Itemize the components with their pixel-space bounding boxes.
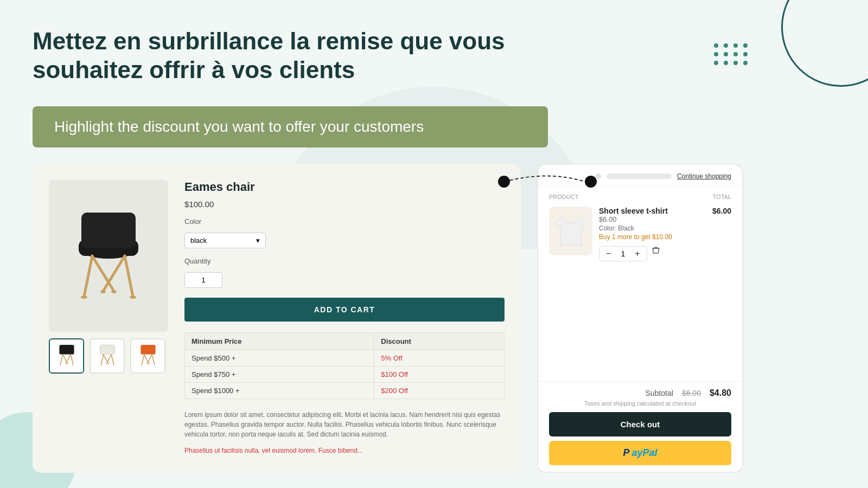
col-min-price: Minimum Price xyxy=(185,332,374,350)
checkout-button[interactable]: Check out xyxy=(549,412,731,436)
product-panel: Eames chair $100.00 Color black ▾ Quanti… xyxy=(33,164,521,473)
quantity-display: 1 xyxy=(617,249,628,258)
color-value: black xyxy=(190,236,207,245)
color-select[interactable]: black ▾ xyxy=(184,233,266,248)
cart-item-details: Short sleeve t-shirt $6.00 Color: Black … xyxy=(599,207,731,261)
svg-rect-26 xyxy=(653,248,659,253)
connection-dot-left xyxy=(498,176,510,188)
svg-point-8 xyxy=(130,296,136,299)
table-row: Spend $500 +5% Off xyxy=(185,350,505,366)
table-row: Spend $1000 +$200 Off xyxy=(185,382,505,399)
cart-item-name: Short sleeve t-shirt xyxy=(599,207,672,215)
browser-address-bar xyxy=(607,174,672,179)
cart-item-promo: Buy 1 more to get $10.00 xyxy=(599,233,672,241)
table-row: Spend $750 +$100 Off xyxy=(185,366,505,382)
product-details: Eames chair $100.00 Color black ▾ Quanti… xyxy=(184,180,505,457)
svg-rect-2 xyxy=(81,213,136,248)
svg-line-3 xyxy=(84,256,92,297)
svg-line-6 xyxy=(103,256,125,291)
paypal-button[interactable]: P ayPal xyxy=(549,441,731,465)
trash-icon xyxy=(652,246,660,254)
discount-cell: $200 Off xyxy=(374,382,505,399)
tax-note: Taxes and shipping calculated at checkou… xyxy=(549,400,731,407)
svg-line-13 xyxy=(71,355,73,365)
product-description: Lorem ipsum dolor sit amet, consectetur … xyxy=(184,410,505,439)
cart-item-image xyxy=(549,207,592,255)
product-images-column xyxy=(49,180,168,457)
discount-cell: $100 Off xyxy=(374,366,505,382)
min-price-cell: Spend $1000 + xyxy=(185,382,374,399)
svg-rect-11 xyxy=(59,345,74,355)
quantity-increase-button[interactable]: + xyxy=(633,249,642,259)
connection-dot-right xyxy=(585,176,597,188)
thumbnail-orange[interactable] xyxy=(130,338,165,374)
svg-line-15 xyxy=(65,355,71,364)
svg-rect-16 xyxy=(100,345,114,355)
cart-item: Short sleeve t-shirt $6.00 Color: Black … xyxy=(549,207,731,261)
cart-column-headers: PRODUCT TOTAL xyxy=(549,194,731,200)
subtotal-label: Subtotal xyxy=(646,389,673,397)
col-total: TOTAL xyxy=(713,194,731,200)
col-discount: Discount xyxy=(374,332,505,350)
svg-line-5 xyxy=(92,256,114,291)
cart-item-total-price: $6.00 xyxy=(712,207,731,215)
thumbnail-white[interactable] xyxy=(90,338,125,374)
continue-shopping-link[interactable]: Continue shopping xyxy=(677,172,731,180)
subtotal-section: Subtotal $6.00 $4.80 Taxes and shipping … xyxy=(538,381,742,472)
svg-line-4 xyxy=(125,256,133,297)
browser-dot-1 xyxy=(596,174,601,179)
dashed-arrow-svg xyxy=(505,176,591,187)
paypal-p: P xyxy=(623,447,629,459)
product-description-red: Phasellus ut facilisis nulla, vel euismo… xyxy=(184,447,505,454)
main-product-image xyxy=(49,180,168,332)
product-price: $100.00 xyxy=(184,200,505,209)
svg-point-9 xyxy=(111,290,117,293)
min-price-cell: Spend $500 + xyxy=(185,350,374,366)
cart-item-base-price: $6.00 xyxy=(599,215,672,223)
subtotal-new-price: $4.80 xyxy=(710,388,731,398)
paypal-pal: ayPal xyxy=(631,447,657,459)
subtotal-row: Subtotal $6.00 $4.80 xyxy=(549,388,731,398)
min-price-cell: Spend $750 + xyxy=(185,366,374,382)
page-heading: Mettez en surbrillance la remise que vou… xyxy=(33,27,521,85)
svg-line-25 xyxy=(146,355,152,364)
panels-container: Eames chair $100.00 Color black ▾ Quanti… xyxy=(33,164,835,473)
color-label: Color xyxy=(184,217,505,226)
product-title: Eames chair xyxy=(184,180,505,194)
add-to-cart-button[interactable]: ADD TO CART xyxy=(184,298,505,322)
thumbnail-row xyxy=(49,338,168,374)
quantity-controls[interactable]: − 1 + xyxy=(599,246,647,261)
svg-line-24 xyxy=(144,355,149,364)
quantity-input[interactable] xyxy=(184,272,222,288)
col-product: PRODUCT xyxy=(549,194,578,200)
subtotal-old-price: $6.00 xyxy=(682,389,701,397)
quantity-decrease-button[interactable]: − xyxy=(604,249,613,259)
quantity-row: − 1 + xyxy=(599,241,731,261)
svg-line-14 xyxy=(62,355,68,364)
svg-point-10 xyxy=(100,290,106,293)
browser-dots xyxy=(596,174,601,179)
cart-item-color: Color: Black xyxy=(599,224,672,232)
svg-line-12 xyxy=(60,355,63,365)
chair-illustration xyxy=(65,196,152,316)
svg-line-22 xyxy=(142,355,144,365)
quantity-label: Quantity xyxy=(184,257,505,265)
banner-text: Highlight the discount you want to offer… xyxy=(54,118,424,135)
discount-cell: 5% Off xyxy=(374,350,505,366)
thumbnail-black[interactable] xyxy=(49,338,84,374)
svg-point-7 xyxy=(81,296,87,299)
svg-line-19 xyxy=(103,355,108,364)
chevron-down-icon: ▾ xyxy=(256,236,260,245)
svg-line-23 xyxy=(152,355,155,365)
svg-rect-21 xyxy=(141,345,155,355)
svg-line-20 xyxy=(106,355,111,364)
discount-table: Minimum Price Discount Spend $500 +5% Of… xyxy=(184,332,505,399)
svg-line-18 xyxy=(111,355,114,365)
cart-body: PRODUCT TOTAL Short sleeve t-sh xyxy=(538,186,742,381)
remove-item-button[interactable] xyxy=(652,246,660,256)
cart-panel: Continue shopping PRODUCT TOTAL xyxy=(537,164,743,473)
highlight-banner: Highlight the discount you want to offer… xyxy=(33,106,548,147)
svg-line-17 xyxy=(101,355,104,365)
